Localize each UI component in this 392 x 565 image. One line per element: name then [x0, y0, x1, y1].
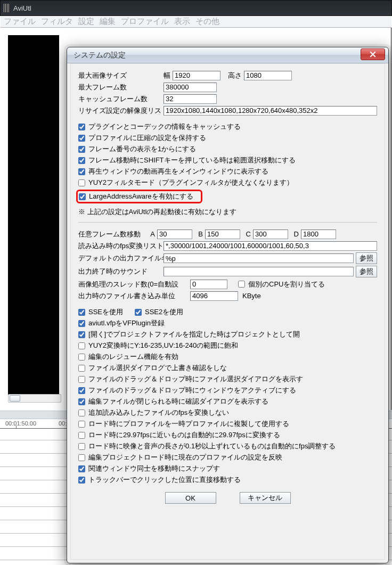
checkbox[interactable] — [78, 421, 85, 428]
check-label: 追加読み込みしたファイルのfpsを変換しない — [88, 408, 229, 417]
seek-slider[interactable] — [8, 394, 61, 403]
menu-profile[interactable]: プロファイル — [121, 17, 169, 27]
check-load-av-offset-fps-adjust[interactable]: ロード時に映像と音声の長さが0.1秒以上ずれているものは自動的にfps調整する — [78, 441, 377, 451]
check-frame-number-from-1[interactable]: フレーム番号の表示を1からにする — [78, 144, 377, 154]
checkbox[interactable] — [78, 135, 85, 142]
check-yuy2-filter-mode[interactable]: YUY2フィルタモード（プラグインフィルタが使えなくなります） — [78, 178, 377, 187]
checkbox[interactable] — [78, 454, 85, 461]
checkbox[interactable] — [238, 281, 245, 288]
B-label: B — [195, 230, 203, 238]
checkbox[interactable] — [78, 387, 85, 394]
check-load-dup-profile[interactable]: ロード時にプロファイルを一時プロファイルに複製して使用する — [78, 419, 377, 429]
check-dnd-activate[interactable]: ファイルのドラッグ＆ドロップ時にウィンドウをアクティブにする — [78, 386, 377, 395]
check-label: ファイルのドラッグ＆ドロップ時にウィンドウをアクティブにする — [88, 386, 296, 395]
checkbox[interactable] — [78, 410, 85, 416]
ok-button[interactable]: OK — [165, 492, 216, 504]
dialog-titlebar[interactable]: システムの設定 — [67, 47, 388, 63]
fps-list-input[interactable] — [164, 241, 377, 251]
check-load-2997-convert[interactable]: ロード時に29.97fpsに近いものは自動的に29.97fpsに変換する — [78, 430, 377, 440]
write-unit-input[interactable] — [190, 291, 238, 301]
checkbox[interactable] — [78, 331, 85, 338]
C-label: C — [243, 230, 251, 238]
tick-label: 00:01:50.00 — [5, 420, 36, 427]
checkbox[interactable] — [78, 342, 85, 349]
check-label: [開く]でプロジェクトファイルを指定した時はプロジェクトとして開 — [88, 330, 300, 339]
checkbox[interactable] — [78, 432, 85, 439]
check-label: トラックバーでクリックした位置に直接移動する — [88, 475, 241, 485]
fps-list-label: 読み込み時のfps変換リスト — [78, 241, 164, 251]
check-confirm-on-close[interactable]: 編集ファイルが閉じられる時に確認ダイアログを表示する — [78, 397, 377, 406]
check-individual-cpu[interactable]: 個別のCPUを割り当てる — [238, 280, 325, 289]
resize-list-input[interactable] — [164, 106, 377, 116]
check-edit-resume[interactable]: 編集のレジューム機能を有効 — [78, 352, 377, 362]
write-unit-label: 出力時のファイル書き込み単位 — [78, 291, 190, 301]
check-trackbar-direct-move[interactable]: トラックバーでクリックした位置に直接移動する — [78, 475, 377, 485]
check-no-overwrite-confirm[interactable]: ファイル選択ダイアログで上書き確認をしな — [78, 363, 377, 373]
check-cache-plugin-codec[interactable]: プラグインとコーデックの情報をキャッシュする — [78, 122, 377, 132]
menubar: ファイル フィルタ 設定 編集 プロファイル 表示 その他 — [1, 16, 391, 28]
dialog-title: システムの設定 — [74, 51, 126, 60]
checkbox[interactable] — [78, 398, 85, 405]
checkbox[interactable] — [78, 179, 85, 186]
check-label: ファイルのドラッグ＆ドロップ時にファイル選択ダイアログを表示す — [88, 374, 303, 384]
menu-edit[interactable]: 編集 — [100, 17, 116, 27]
highlighted-option: LargeAddressAwareを有効にする — [76, 190, 202, 203]
menu-view[interactable]: 表示 — [174, 17, 190, 27]
A-input[interactable] — [157, 230, 192, 239]
checkbox[interactable] — [78, 124, 85, 130]
C-input[interactable] — [253, 230, 288, 239]
checkbox[interactable] — [78, 168, 85, 175]
threads-input[interactable] — [190, 280, 227, 289]
B-input[interactable] — [205, 230, 240, 239]
check-sse[interactable] — [78, 309, 85, 316]
checkbox[interactable] — [78, 354, 85, 361]
separator — [78, 222, 377, 223]
width-label: 幅 — [164, 71, 170, 80]
default-out-input[interactable] — [164, 253, 354, 263]
check-snap-windows[interactable]: 関連ウィンドウ同士を移動時にスナップす — [78, 464, 377, 473]
cache-frames-input[interactable] — [164, 94, 217, 104]
D-input[interactable] — [301, 230, 336, 239]
check-open-as-project[interactable]: [開く]でプロジェクトファイルを指定した時はプロジェクトとして開 — [78, 330, 377, 339]
check-vfplugin[interactable]: aviutl.vfpをVFPlugin登録 — [78, 318, 377, 328]
check-play-in-main[interactable]: 再生ウィンドウの動画再生をメインウィンドウに表示する — [78, 167, 377, 176]
check-profile-keep-compress[interactable]: プロファイルに圧縮の設定を保持する — [78, 133, 377, 143]
check-label: 編集のレジューム機能を有効 — [88, 352, 178, 362]
checkbox[interactable] — [78, 146, 85, 153]
check-label: フレーム移動時にSHIFTキーを押している時は範囲選択移動にする — [88, 155, 296, 165]
height-input[interactable] — [244, 71, 292, 80]
check-yuy2-saturate[interactable]: YUY2変換時にY:16-235,UV:16-240の範囲に飽和 — [78, 341, 377, 350]
close-button[interactable] — [361, 48, 385, 60]
seek-thumb[interactable] — [10, 395, 20, 402]
checkbox[interactable] — [78, 465, 85, 472]
max-image-size-label: 最大画像サイズ — [78, 71, 164, 80]
check-sse2[interactable] — [135, 309, 142, 316]
main-titlebar[interactable]: AviUtl — [0, 0, 392, 16]
max-frames-input[interactable] — [164, 83, 217, 92]
checkbox[interactable] — [78, 376, 85, 383]
check-dnd-show-dialog[interactable]: ファイルのドラッグ＆ドロップ時にファイル選択ダイアログを表示す — [78, 374, 377, 384]
checkbox[interactable] — [78, 320, 85, 327]
menu-settings[interactable]: 設定 — [78, 17, 94, 27]
checkbox[interactable] — [78, 443, 85, 450]
menu-file[interactable]: ファイル — [4, 17, 36, 27]
check-no-convert-append-fps[interactable]: 追加読み込みしたファイルのfpsを変換しない — [78, 408, 377, 417]
arb-frames-label: 任意フレーム数移動 — [78, 230, 148, 239]
checkbox[interactable] — [79, 193, 86, 200]
browse-out-button[interactable]: 参照 — [356, 252, 377, 264]
check-shift-range-select[interactable]: フレーム移動時にSHIFTキーを押している時は範囲選択移動にする — [78, 155, 377, 165]
check-load-apply-profile[interactable]: 編集プロジェクトロード時に現在のプロファイルの設定を反映 — [78, 453, 377, 462]
checkbox[interactable] — [78, 477, 85, 484]
cancel-button[interactable]: キャンセル — [240, 492, 291, 504]
menu-filter[interactable]: フィルタ — [41, 17, 73, 27]
check-label: フレーム番号の表示を1からにする — [88, 144, 196, 154]
check-label: 再生ウィンドウの動画再生をメインウィンドウに表示する — [88, 167, 268, 176]
menu-other[interactable]: その他 — [195, 17, 219, 27]
check-large-address-aware[interactable]: LargeAddressAwareを有効にする — [79, 192, 193, 201]
checkbox[interactable] — [78, 157, 85, 164]
width-input[interactable] — [173, 71, 220, 80]
browse-sound-button[interactable]: 参照 — [356, 266, 377, 277]
sound-input[interactable] — [164, 267, 354, 276]
check-label: LargeAddressAwareを有効にする — [89, 192, 193, 201]
checkbox[interactable] — [78, 365, 85, 372]
